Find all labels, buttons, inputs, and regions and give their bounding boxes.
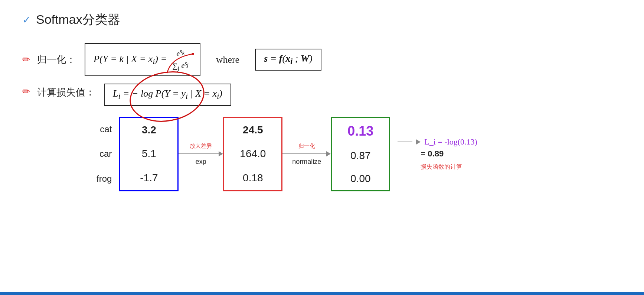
- exp-arrow-head: [219, 151, 223, 156]
- formula3-text: Li = − log P(Y = yi | X = xi): [113, 88, 222, 101]
- formula1-text: P(Y = k | X = xi) = esk ∑j esj: [94, 48, 192, 72]
- loss-arrow-head: [416, 139, 421, 145]
- right-annotation: L_i = -log(0.13) = 0.89 损失函数的计算: [398, 137, 477, 171]
- score-cat: 3.2: [120, 122, 177, 138]
- exp-cat: 24.5: [224, 122, 281, 138]
- norm-frog: 0.00: [332, 171, 389, 187]
- bottom-bar: [0, 292, 644, 295]
- scores-box: 3.2 5.1 -1.7: [119, 117, 179, 191]
- pencil-icon-2: ✏: [22, 86, 30, 97]
- normalize-arrow-line: [282, 153, 326, 154]
- loss-formula-text: L_i = -log(0.13): [424, 137, 477, 147]
- row-label-frog: frog: [97, 171, 112, 187]
- row-labels: cat car frog: [97, 117, 112, 191]
- loss-caption: 损失函数的计算: [421, 163, 462, 171]
- loss-arrow-line: [398, 142, 412, 142]
- page-title: Softmax分类器: [36, 11, 120, 28]
- section1-label: 归一化：: [37, 53, 76, 66]
- exp-arrow-area: 放大差异 exp: [179, 143, 223, 166]
- loss-equals: =: [421, 149, 428, 158]
- row-label-cat: cat: [97, 121, 112, 137]
- norm-car: 0.87: [332, 148, 389, 164]
- table-area: cat car frog 3.2 5.1 -1.7 放大差异 exp 24.5 …: [97, 117, 622, 191]
- norm-cat: 0.13: [332, 121, 389, 141]
- check-icon: ✓: [22, 14, 31, 26]
- formula-box-2: s = f(xi ; W): [255, 49, 321, 71]
- exp-car: 164.0: [224, 146, 281, 162]
- exp-frog: 0.18: [224, 170, 281, 186]
- normalize-label-top: 归一化: [298, 143, 315, 150]
- loss-result-value: 0.89: [428, 149, 444, 158]
- normalize-label-bottom: normalize: [292, 158, 321, 166]
- pencil-icon-1: ✏: [22, 54, 30, 65]
- formula-box-3: Li = − log P(Y = yi | X = xi): [104, 84, 231, 106]
- loss-arrow-row: L_i = -log(0.13): [398, 137, 477, 147]
- score-frog: -1.7: [120, 170, 177, 186]
- normalize-arrow-body: [282, 151, 331, 156]
- exp-arrow-line: [179, 153, 219, 154]
- exp-arrow-body: [179, 151, 223, 156]
- normalized-box: 0.13 0.87 0.00: [331, 117, 390, 191]
- formula-box-1: P(Y = k | X = xi) = esk ∑j esj: [85, 43, 200, 76]
- where-text: where: [216, 54, 240, 65]
- formula2-text: s = f(xi ; W): [264, 53, 313, 66]
- exp-box: 24.5 164.0 0.18: [223, 117, 282, 191]
- score-car: 5.1: [120, 146, 177, 162]
- section2-label: 计算损失值：: [37, 86, 95, 99]
- exp-label-bottom: exp: [196, 158, 206, 166]
- normalize-arrow-area: 归一化 normalize: [282, 143, 331, 166]
- exp-label-top: 放大差异: [190, 143, 212, 150]
- row-label-car: car: [97, 146, 112, 162]
- normalize-arrow-head: [326, 151, 331, 156]
